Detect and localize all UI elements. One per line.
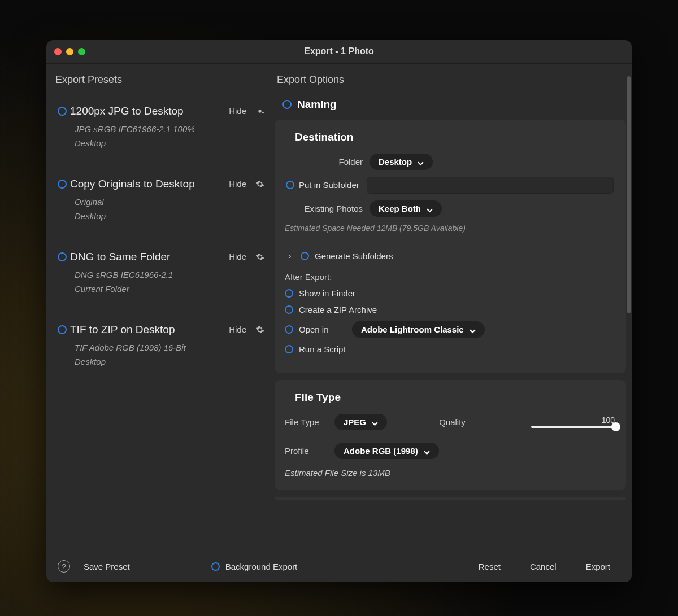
preset-meta-line: Desktop <box>75 136 264 151</box>
background-export-radio[interactable] <box>211 562 220 571</box>
run-script-label: Run a Script <box>299 344 346 354</box>
folder-value: Desktop <box>379 157 412 167</box>
subfolder-radio[interactable] <box>286 181 294 189</box>
save-preset-button[interactable]: Save Preset <box>78 558 136 575</box>
quality-slider[interactable] <box>531 426 616 428</box>
after-export-label: After Export: <box>285 272 616 282</box>
preset-hide-link[interactable]: Hide <box>229 106 246 116</box>
subfolder-label: Put in Subfolder <box>299 180 367 190</box>
gear-icon[interactable] <box>255 252 264 261</box>
destination-panel: Destination Folder Desktop Put in Subfol… <box>275 120 626 373</box>
gear-icon[interactable] <box>255 325 264 334</box>
export-options-heading: Export Options <box>275 74 626 86</box>
chevron-down-icon <box>418 159 424 165</box>
open-in-label: Open in <box>299 325 331 334</box>
preset-item[interactable]: 1200px JPG to Desktop Hide JPG sRGB IEC6… <box>55 99 271 167</box>
preset-meta-line: Desktop <box>75 209 264 224</box>
close-button[interactable] <box>54 48 62 55</box>
cancel-button[interactable]: Cancel <box>524 558 562 575</box>
folder-label: Folder <box>285 157 370 167</box>
preset-name: TIF to ZIP on Desktop <box>70 324 225 336</box>
file-type-title: File Type <box>295 391 616 404</box>
file-type-value: JPEG <box>344 417 366 427</box>
profile-dropdown[interactable]: Adobe RGB (1998) <box>334 443 439 459</box>
preset-radio[interactable] <box>58 180 67 189</box>
export-options-panel: Export Options Naming Destination Folder… <box>271 64 632 551</box>
preset-name: 1200px JPG to Desktop <box>70 105 225 117</box>
subfolder-input[interactable] <box>367 177 614 194</box>
destination-title: Destination <box>295 131 616 143</box>
generate-subfolders-row[interactable]: › Generate Subfolders <box>285 251 616 261</box>
preset-hide-link[interactable]: Hide <box>229 179 246 189</box>
background-export-label: Background Export <box>225 562 298 571</box>
open-in-dropdown[interactable]: Adobe Lightroom Classic <box>352 321 485 338</box>
preset-meta-line: DNG sRGB IEC61966-2.1 <box>75 268 264 282</box>
show-finder-radio[interactable] <box>285 289 293 298</box>
preset-hide-link[interactable]: Hide <box>229 325 246 334</box>
help-icon[interactable]: ? <box>58 560 70 573</box>
generate-subfolders-radio[interactable] <box>301 252 309 260</box>
naming-section-header[interactable]: Naming <box>275 98 626 111</box>
preset-radio[interactable] <box>58 325 67 334</box>
existing-dropdown[interactable]: Keep Both <box>370 200 442 217</box>
file-type-label: File Type <box>285 417 334 427</box>
preset-name: DNG to Same Folder <box>70 251 225 263</box>
quality-label: Quality <box>439 417 466 427</box>
existing-value: Keep Both <box>379 204 421 213</box>
traffic-lights <box>54 48 85 55</box>
existing-label: Existing Photos <box>285 204 370 213</box>
preset-radio[interactable] <box>58 252 67 261</box>
folder-dropdown[interactable]: Desktop <box>370 154 433 170</box>
file-type-panel: File Type File Type JPEG Quality 100 <box>275 380 626 490</box>
file-type-dropdown[interactable]: JPEG <box>334 414 387 430</box>
slider-thumb[interactable] <box>611 422 620 431</box>
preset-meta-line: Desktop <box>75 355 264 369</box>
naming-radio[interactable] <box>282 100 292 109</box>
create-zip-label: Create a ZIP Archive <box>299 305 377 314</box>
gear-icon[interactable] <box>255 107 264 116</box>
preset-meta-line: Original <box>75 195 264 209</box>
preset-radio[interactable] <box>58 107 67 116</box>
file-size-estimate: Estimated File Size is 13MB <box>285 468 616 478</box>
gear-icon[interactable] <box>255 180 264 189</box>
create-zip-radio[interactable] <box>285 305 293 314</box>
chevron-right-icon: › <box>285 251 295 260</box>
dialog-footer: ? Save Preset Background Export Reset Ca… <box>46 551 632 582</box>
profile-label: Profile <box>285 446 334 456</box>
divider <box>285 244 616 244</box>
run-script-radio[interactable] <box>285 345 293 353</box>
scrollbar[interactable] <box>627 76 631 313</box>
space-estimate: Estimated Space Needed 12MB (79.5GB Avai… <box>285 224 616 233</box>
show-finder-label: Show in Finder <box>299 289 355 298</box>
presets-heading: Export Presets <box>55 74 271 86</box>
reset-button[interactable]: Reset <box>473 558 506 575</box>
preset-item[interactable]: DNG to Same Folder Hide DNG sRGB IEC6196… <box>55 245 271 312</box>
minimize-button[interactable] <box>66 48 73 55</box>
next-panel-peek <box>275 497 626 500</box>
preset-name: Copy Originals to Desktop <box>70 178 225 190</box>
export-button[interactable]: Export <box>580 558 616 575</box>
preset-item[interactable]: TIF to ZIP on Desktop Hide TIF Adobe RGB… <box>55 318 271 385</box>
preset-meta-line: JPG sRGB IEC61966-2.1 100% <box>75 122 264 137</box>
chevron-down-icon <box>427 206 433 212</box>
open-in-radio[interactable] <box>285 325 293 334</box>
chevron-down-icon <box>424 448 430 454</box>
preset-meta-line: TIF Adobe RGB (1998) 16-Bit <box>75 340 264 355</box>
preset-hide-link[interactable]: Hide <box>229 252 246 261</box>
presets-sidebar: Export Presets 1200px JPG to Desktop Hid… <box>46 64 271 551</box>
chevron-down-icon <box>470 326 476 333</box>
open-in-value: Adobe Lightroom Classic <box>361 325 464 334</box>
naming-title: Naming <box>297 98 337 111</box>
preset-meta-line: Current Folder <box>75 282 264 296</box>
profile-value: Adobe RGB (1998) <box>344 446 418 456</box>
export-dialog: Export - 1 Photo Export Presets 1200px J… <box>46 40 632 582</box>
generate-subfolders-label: Generate Subfolders <box>315 251 393 261</box>
titlebar: Export - 1 Photo <box>46 40 632 64</box>
preset-item[interactable]: Copy Originals to Desktop Hide Original … <box>55 172 271 239</box>
zoom-button[interactable] <box>78 48 85 55</box>
window-title: Export - 1 Photo <box>46 46 632 56</box>
chevron-down-icon <box>372 419 378 425</box>
